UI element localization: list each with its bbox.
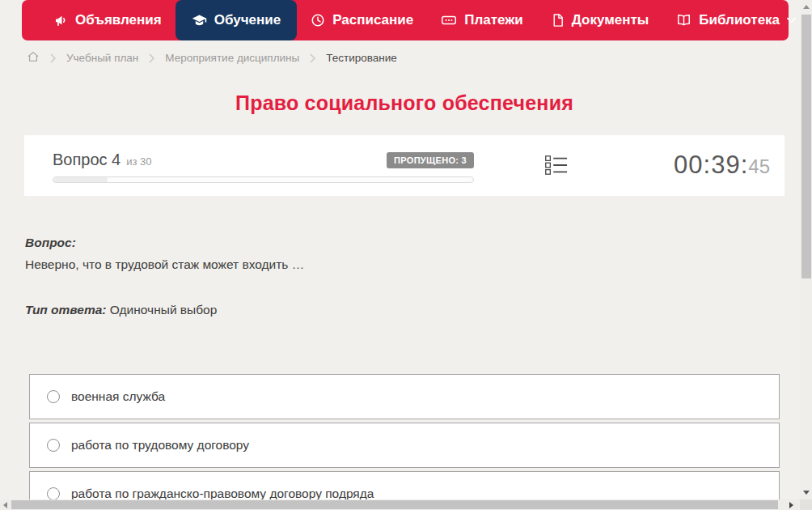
chevron-down-icon bbox=[787, 17, 796, 23]
horizontal-scrollbar-thumb[interactable] bbox=[11, 500, 778, 509]
document-icon bbox=[551, 13, 565, 28]
nav-item-learning[interactable]: Обучение bbox=[176, 0, 297, 40]
nav-item-library[interactable]: Библиотека bbox=[662, 0, 810, 40]
question-total: из 30 bbox=[126, 155, 151, 168]
timer: 00:39:45 bbox=[674, 151, 770, 180]
main-navbar: Объявления Обучение Расписание Платежи Д… bbox=[22, 0, 789, 40]
breadcrumb-item-curriculum[interactable]: Учебный план bbox=[66, 52, 138, 64]
question-number: Вопрос 4 bbox=[53, 151, 121, 169]
answer-option-1[interactable]: военная служба bbox=[29, 374, 780, 419]
question-heading: Вопрос: bbox=[25, 236, 769, 250]
question-text: Неверно, что в трудовой стаж может входи… bbox=[25, 257, 769, 272]
chevron-right-icon bbox=[50, 53, 56, 63]
progress-bar bbox=[53, 176, 474, 183]
horizontal-scrollbar[interactable] bbox=[0, 499, 800, 510]
nav-item-label: Объявления bbox=[75, 12, 162, 28]
scroll-down-icon[interactable] bbox=[803, 491, 810, 495]
answer-type-label: Тип ответа: bbox=[25, 303, 107, 317]
question-header-card: Вопрос 4 из 30 ПРОПУЩЕНО: 3 00:39:45 bbox=[24, 135, 785, 196]
banknote-icon bbox=[441, 13, 457, 28]
scroll-right-icon[interactable] bbox=[789, 502, 793, 508]
nav-item-label: Документы bbox=[572, 12, 649, 28]
timer-seconds: 45 bbox=[748, 155, 770, 177]
radio-button[interactable] bbox=[47, 487, 60, 500]
answer-option-label: работа по трудовому договору bbox=[71, 438, 249, 453]
page-title: Право социального обеспечения bbox=[0, 91, 809, 115]
radio-button[interactable] bbox=[47, 390, 60, 403]
answer-option-label: военная служба bbox=[71, 389, 165, 404]
nav-item-label: Библиотека bbox=[699, 12, 780, 28]
question-block: Вопрос: Неверно, что в трудовой стаж мож… bbox=[25, 236, 769, 317]
answer-type-value: Одиночный выбор bbox=[110, 303, 218, 317]
radio-button[interactable] bbox=[47, 439, 60, 452]
nav-item-label: Обучение bbox=[214, 12, 281, 28]
breadcrumb-item-discipline-event[interactable]: Мероприятие дисциплины bbox=[165, 52, 299, 64]
breadcrumb: Учебный план Мероприятие дисциплины Тест… bbox=[27, 50, 397, 66]
breadcrumb-item-testing: Тестирование bbox=[326, 52, 397, 64]
vertical-scrollbar-thumb[interactable] bbox=[801, 15, 811, 278]
skipped-badge: ПРОПУЩЕНО: 3 bbox=[387, 152, 474, 168]
nav-item-documents[interactable]: Документы bbox=[537, 0, 663, 40]
clock-icon bbox=[311, 13, 325, 28]
question-list-icon[interactable] bbox=[545, 155, 568, 179]
nav-item-payments[interactable]: Платежи bbox=[427, 0, 537, 40]
open-book-icon bbox=[676, 13, 691, 28]
progress-bar-fill bbox=[53, 177, 108, 182]
chevron-right-icon bbox=[310, 53, 315, 63]
nav-item-label: Расписание bbox=[332, 12, 413, 28]
nav-item-announcements[interactable]: Объявления bbox=[40, 0, 176, 40]
scrollbar-corner bbox=[800, 499, 812, 510]
vertical-scrollbar[interactable] bbox=[800, 0, 812, 499]
answer-options: военная служба работа по трудовому догов… bbox=[29, 374, 780, 510]
nav-item-schedule[interactable]: Расписание bbox=[297, 0, 427, 40]
answer-option-2[interactable]: работа по трудовому договору bbox=[29, 423, 780, 468]
scroll-up-icon[interactable] bbox=[803, 5, 810, 9]
timer-hours-minutes: 00:39: bbox=[674, 151, 748, 179]
graduation-cap-icon bbox=[192, 13, 207, 28]
nav-item-label: Платежи bbox=[464, 12, 523, 28]
megaphone-icon bbox=[53, 13, 68, 28]
home-icon[interactable] bbox=[27, 50, 40, 66]
scroll-left-icon[interactable] bbox=[3, 502, 7, 508]
question-progress-area: Вопрос 4 из 30 ПРОПУЩЕНО: 3 bbox=[53, 151, 474, 183]
chevron-right-icon bbox=[149, 53, 154, 63]
